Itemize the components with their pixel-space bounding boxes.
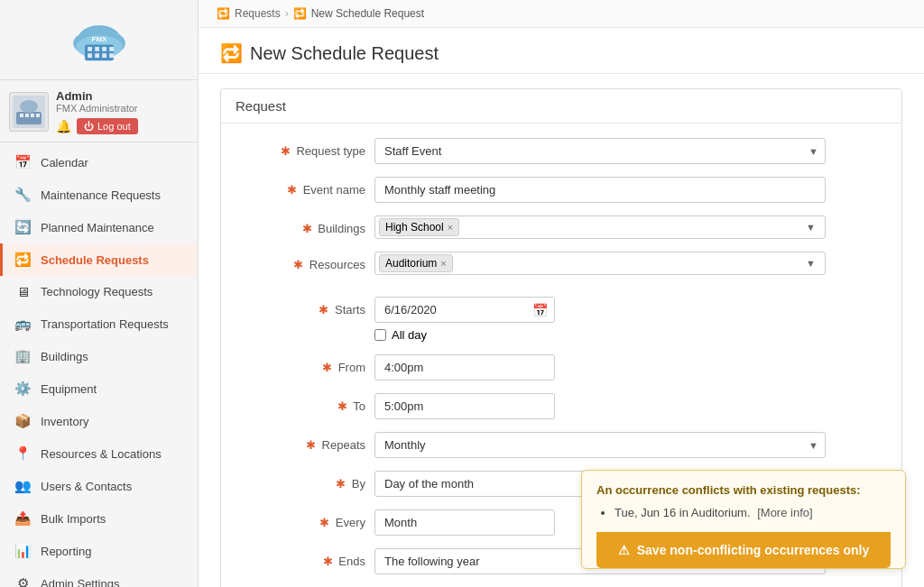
required-star7: ✱ — [337, 399, 347, 413]
sidebar-item-inventory[interactable]: 📦Inventory — [0, 405, 198, 437]
reporting-icon: 📊 — [14, 543, 32, 559]
sidebar-item-label: Buildings — [41, 350, 88, 363]
buildings-row: ✱ Buildings High School × — [239, 216, 883, 239]
to-time-input[interactable] — [374, 393, 555, 419]
section-title: Request — [221, 89, 901, 124]
sidebar-item-schedule-requests[interactable]: 🔁Schedule Requests — [0, 243, 198, 276]
sidebar-item-label: Transportation Requests — [41, 317, 169, 331]
breadcrumb: 🔁 Requests › 🔁 New Schedule Request — [199, 0, 924, 28]
warning-icon: ⚠ — [618, 543, 630, 557]
breadcrumb-current: New Schedule Request — [311, 7, 424, 20]
sidebar-item-buildings[interactable]: 🏢Buildings — [0, 340, 198, 372]
admin-settings-icon: ⚙ — [14, 575, 32, 587]
sidebar-item-label: Admin Settings — [41, 577, 119, 588]
schedule-requests-icon: 🔁 — [14, 252, 32, 268]
resources-tag-select[interactable]: Auditorium × ▼ — [374, 252, 826, 275]
inventory-icon: 📦 — [14, 413, 32, 429]
resource-tag-auditorium: Auditorium × — [379, 254, 453, 272]
sidebar-item-label: Inventory — [41, 415, 88, 428]
sidebar-item-label: Technology Requests — [41, 285, 152, 298]
allday-row: All day — [374, 328, 826, 342]
sidebar-item-label: Planned Maintenance — [41, 221, 154, 234]
starts-date-input[interactable] — [374, 297, 555, 323]
svg-rect-8 — [109, 47, 114, 51]
logout-button[interactable]: ⏻ Log out — [77, 118, 138, 134]
logout-icon: ⏻ — [84, 121, 94, 132]
every-input[interactable] — [374, 509, 555, 536]
ends-label: ✱ Ends — [239, 548, 365, 568]
page-header: 🔁 New Schedule Request — [199, 28, 924, 74]
resource-tag-remove[interactable]: × — [440, 258, 446, 269]
notification-bell-icon[interactable]: 🔔 — [56, 119, 71, 133]
to-control — [374, 393, 826, 419]
starts-label: ✱ Starts — [239, 297, 365, 316]
event-name-row: ✱ Event name — [239, 177, 883, 203]
user-role: FMX Administrator — [56, 103, 189, 114]
svg-rect-9 — [88, 53, 92, 58]
building-tag-highschool: High School × — [379, 218, 459, 236]
svg-rect-10 — [95, 53, 99, 58]
page-title: 🔁 New Schedule Request — [220, 42, 902, 64]
svg-rect-5 — [88, 47, 92, 51]
resources-arrow-icon: ▼ — [800, 256, 821, 271]
page-title-icon: 🔁 — [220, 42, 243, 64]
starts-row: ✱ Starts 📅 All day — [239, 297, 883, 342]
sidebar-item-equipment[interactable]: ⚙️Equipment — [0, 372, 198, 405]
sidebar-item-label: Resources & Locations — [41, 447, 162, 461]
sidebar-item-resources-locations[interactable]: 📍Resources & Locations — [0, 437, 198, 470]
conflict-notification: An occurrence conflicts with existing re… — [581, 470, 906, 570]
transportation-requests-icon: 🚌 — [14, 316, 32, 332]
repeats-row: ✱ Repeats Monthly ▼ — [239, 432, 883, 458]
buildings-arrow-icon: ▼ — [800, 220, 821, 234]
breadcrumb-icon: 🔁 — [217, 7, 230, 20]
request-type-control: Staff Event ▼ — [374, 138, 826, 164]
save-non-conflicting-button[interactable]: ⚠ Save non-conflicting occurrences only — [596, 532, 891, 568]
sidebar-item-users-contacts[interactable]: 👥Users & Contacts — [0, 470, 198, 502]
repeats-select[interactable]: Monthly — [374, 432, 826, 458]
conflict-item-text: Tue, Jun 16 in Auditorium. — [614, 506, 751, 519]
from-time-input[interactable] — [374, 354, 555, 381]
sidebar-item-label: Bulk Imports — [41, 512, 106, 526]
buildings-tag-select[interactable]: High School × ▼ — [374, 216, 826, 239]
equipment-icon: ⚙️ — [14, 381, 32, 397]
required-star8: ✱ — [306, 438, 316, 452]
conflict-title: An occurrence conflicts with existing re… — [596, 483, 891, 497]
resources-label: ✱ Resources — [239, 252, 365, 271]
sidebar-item-reporting[interactable]: 📊Reporting — [0, 535, 198, 567]
svg-text:FMX: FMX — [91, 35, 107, 43]
repeats-control: Monthly ▼ — [374, 432, 826, 458]
sidebar-nav: 📅Calendar🔧Maintenance Requests🔄Planned M… — [0, 142, 198, 587]
building-tag-remove[interactable]: × — [448, 222, 453, 233]
conflict-more-info-link[interactable]: [More info] — [757, 506, 812, 519]
from-row: ✱ From — [239, 354, 883, 381]
required-star5: ✱ — [319, 303, 328, 316]
sidebar-item-label: Users & Contacts — [41, 480, 132, 493]
repeats-select-wrapper: Monthly ▼ — [374, 432, 826, 458]
request-type-row: ✱ Request type Staff Event ▼ — [239, 138, 883, 164]
planned-maintenance-icon: 🔄 — [14, 219, 32, 235]
breadcrumb-requests[interactable]: Requests — [235, 7, 281, 20]
required-star6: ✱ — [322, 361, 332, 374]
bulk-imports-icon: 📤 — [14, 510, 32, 527]
sidebar-item-technology-requests[interactable]: 🖥Technology Requests — [0, 276, 198, 307]
request-type-select-wrapper: Staff Event ▼ — [374, 138, 826, 164]
resources-control: Auditorium × ▼ — [374, 252, 826, 275]
to-row: ✱ To — [239, 393, 883, 419]
required-star2: ✱ — [287, 183, 297, 197]
sidebar-item-label: Calendar — [41, 156, 88, 170]
sidebar-item-transportation-requests[interactable]: 🚌Transportation Requests — [0, 307, 198, 340]
sidebar-item-calendar[interactable]: 📅Calendar — [0, 146, 198, 179]
required-star4: ✱ — [293, 258, 303, 271]
sidebar-item-maintenance-requests[interactable]: 🔧Maintenance Requests — [0, 179, 198, 211]
sidebar-item-admin-settings[interactable]: ⚙Admin Settings — [0, 567, 198, 587]
event-name-input[interactable] — [374, 177, 826, 203]
request-type-select[interactable]: Staff Event — [374, 138, 826, 164]
user-name: Admin — [56, 89, 189, 103]
sidebar-item-bulk-imports[interactable]: 📤Bulk Imports — [0, 502, 198, 535]
breadcrumb-icon2: 🔁 — [293, 7, 307, 20]
breadcrumb-sep: › — [285, 7, 289, 20]
sidebar-item-planned-maintenance[interactable]: 🔄Planned Maintenance — [0, 211, 198, 243]
allday-checkbox[interactable] — [374, 329, 386, 341]
svg-rect-7 — [102, 47, 106, 51]
sidebar-item-label: Reporting — [41, 545, 91, 558]
